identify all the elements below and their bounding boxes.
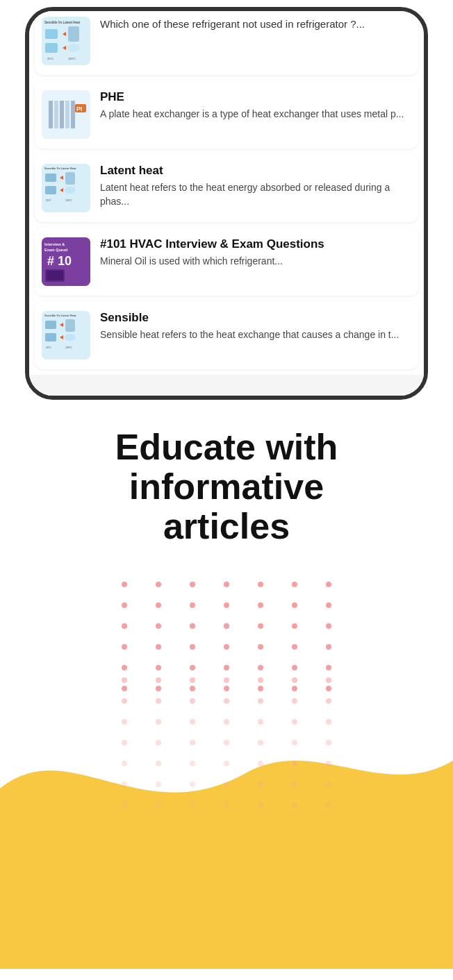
decorative-dot — [122, 719, 127, 725]
decorative-dot — [258, 802, 263, 808]
article-thumbnail: Sensible Vs Latent Heat 20°C 100°C — [42, 311, 90, 360]
decorative-dot — [326, 623, 331, 629]
decorative-dot — [326, 644, 331, 650]
decorative-dot — [224, 644, 229, 650]
phone-screen: Sensible Vs Latent Heat 20°C 100°C Which… — [29, 11, 424, 396]
decorative-dot — [190, 644, 195, 650]
svg-text:20°C: 20°C — [47, 57, 53, 60]
article-excerpt: Latent heat refers to the heat energy ab… — [100, 181, 411, 208]
decorative-dot — [292, 582, 297, 587]
svg-rect-37 — [45, 333, 56, 341]
svg-text:100°C: 100°C — [65, 346, 72, 349]
decorative-dot — [224, 740, 229, 745]
decorative-dot — [326, 719, 331, 725]
decorative-dot — [190, 761, 195, 766]
article-title: #101 HVAC Interview & Exam Questions — [100, 237, 411, 251]
decorative-dot — [292, 719, 297, 725]
svg-rect-40 — [65, 319, 75, 332]
article-content: Which one of these refrigerant not used … — [100, 17, 411, 33]
svg-rect-3 — [45, 43, 58, 53]
decorative-dot — [224, 582, 229, 587]
decorative-dot — [122, 665, 127, 670]
list-item[interactable]: Sensible Vs Latent Heat 20°C 100°C Which… — [35, 11, 418, 75]
article-excerpt: Which one of these refrigerant not used … — [100, 17, 411, 33]
decorative-dot — [122, 677, 127, 683]
svg-rect-2 — [45, 29, 58, 39]
svg-rect-15 — [71, 101, 75, 128]
decorative-dot — [326, 582, 331, 587]
decorative-dot — [190, 602, 195, 608]
decorative-dot — [190, 677, 195, 683]
decorative-dot — [292, 782, 297, 787]
article-excerpt: Sensible heat refers to the heat exchang… — [100, 328, 411, 342]
decorative-dot — [224, 802, 229, 808]
svg-text:# 10: # 10 — [47, 254, 72, 268]
decorative-dot — [258, 698, 263, 704]
decorative-dot — [156, 698, 161, 704]
decorative-dot — [292, 740, 297, 745]
decorative-dot — [156, 740, 161, 745]
decorative-dot — [258, 761, 263, 766]
decorative-dot — [190, 698, 195, 704]
svg-text:Interview &: Interview & — [44, 242, 65, 246]
decorative-dot — [224, 623, 229, 629]
decorative-dot — [292, 698, 297, 704]
svg-text:Sensible Vs Latent Heat: Sensible Vs Latent Heat — [44, 314, 76, 317]
decorative-dot — [292, 623, 297, 629]
decorative-dot — [190, 582, 195, 587]
educate-title: Educate with informative articles — [14, 428, 439, 547]
svg-text:100°C: 100°C — [65, 199, 72, 202]
article-thumbnail: Sensible Vs Latent Heat 20°C 100°C — [42, 164, 90, 212]
svg-rect-36 — [45, 321, 56, 329]
list-item[interactable]: Interview & Exam Questi # 10 #101 HVAC I… — [35, 228, 418, 296]
decorative-dot — [292, 802, 297, 808]
article-excerpt: Mineral Oil is used with which refrigera… — [100, 255, 411, 269]
decorative-dot — [224, 677, 229, 683]
decorative-dot — [224, 665, 229, 670]
decorative-dot — [258, 719, 263, 725]
decorative-dot — [156, 644, 161, 650]
decorative-dot — [224, 782, 229, 787]
decorative-dot — [326, 740, 331, 745]
decorative-dot — [292, 644, 297, 650]
svg-point-25 — [65, 187, 76, 194]
article-title: Sensible — [100, 311, 411, 325]
svg-text:Sensible Vs Latent Heat: Sensible Vs Latent Heat — [44, 167, 76, 170]
decorative-dot — [258, 582, 263, 587]
decorative-dot — [190, 740, 195, 745]
decorative-dot — [122, 761, 127, 766]
decorative-dot — [258, 665, 263, 670]
decorative-dot — [156, 582, 161, 587]
svg-rect-13 — [60, 101, 64, 128]
article-excerpt: A plate heat exchanger is a type of heat… — [100, 108, 411, 121]
list-item[interactable]: Sensible Vs Latent Heat 20°C 100°C Sensi… — [35, 301, 418, 369]
list-item[interactable]: PI PHE A plate heat exchanger is a type … — [35, 81, 418, 149]
decorative-dot — [326, 602, 331, 608]
svg-text:20°C: 20°C — [46, 199, 51, 202]
svg-text:100°C: 100°C — [68, 57, 76, 60]
decorative-dot — [122, 698, 127, 704]
decorative-dot — [156, 782, 161, 787]
decorative-dot — [156, 665, 161, 670]
decorative-dot — [292, 677, 297, 683]
list-item[interactable]: Sensible Vs Latent Heat 20°C 100°C Laten… — [35, 154, 418, 222]
decorative-dot — [122, 782, 127, 787]
svg-text:Exam Questi: Exam Questi — [44, 248, 68, 252]
decorative-dot — [292, 602, 297, 608]
decorative-dot — [156, 719, 161, 725]
decorative-dot — [326, 665, 331, 670]
decorative-dot — [326, 698, 331, 704]
article-thumbnail: Interview & Exam Questi # 10 — [42, 237, 90, 286]
decorative-dot — [258, 602, 263, 608]
article-thumbnail: Sensible Vs Latent Heat 20°C 100°C — [42, 17, 90, 65]
svg-point-41 — [65, 334, 76, 341]
decorative-dot — [156, 802, 161, 808]
decorative-dot — [292, 665, 297, 670]
decorative-dot — [122, 644, 127, 650]
decorative-dot — [122, 602, 127, 608]
decorative-dot — [224, 602, 229, 608]
svg-text:20°C: 20°C — [46, 346, 51, 349]
svg-rect-11 — [49, 101, 53, 128]
educate-section: Educate with informative articles — [0, 400, 453, 691]
dot-grid-upper — [14, 568, 439, 691]
